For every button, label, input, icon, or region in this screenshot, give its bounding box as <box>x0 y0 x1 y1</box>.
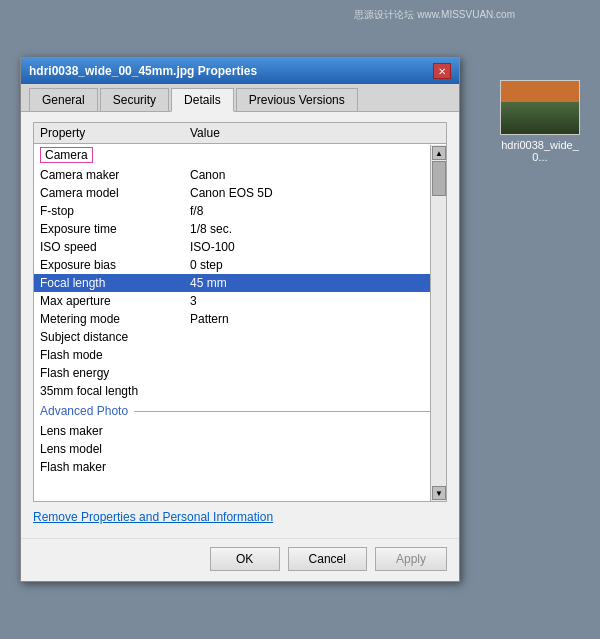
title-bar: hdri0038_wide_00_45mm.jpg Properties ✕ <box>21 58 459 84</box>
table-row: Flash maker <box>34 458 446 476</box>
property-value: ISO-100 <box>190 240 440 254</box>
scrollbar[interactable]: ▲ ▼ <box>430 145 446 501</box>
table-row: Lens model <box>34 440 446 458</box>
property-label: F-stop <box>40 204 190 218</box>
divider-line <box>134 411 440 412</box>
link-area: Remove Properties and Personal Informati… <box>33 502 447 528</box>
property-value: 3 <box>190 294 440 308</box>
property-value: Pattern <box>190 312 440 326</box>
property-value: 0 step <box>190 258 440 272</box>
property-value: Canon EOS 5D <box>190 186 440 200</box>
ok-button[interactable]: OK <box>210 547 280 571</box>
scroll-up-button[interactable]: ▲ <box>432 146 446 160</box>
category-camera: Camera <box>40 147 93 163</box>
property-label: Exposure bias <box>40 258 190 272</box>
property-label: Lens maker <box>40 424 190 438</box>
section-divider-advanced-photo: Advanced Photo <box>34 400 446 422</box>
property-label: Flash maker <box>40 460 190 474</box>
table-row: Camera model Canon EOS 5D <box>34 184 446 202</box>
property-label: Focal length <box>40 276 190 290</box>
table-header: Property Value <box>34 123 446 144</box>
table-row: Max aperture 3 <box>34 292 446 310</box>
tab-details[interactable]: Details <box>171 88 234 112</box>
property-label: Metering mode <box>40 312 190 326</box>
table-row: Exposure bias 0 step <box>34 256 446 274</box>
table-row: Metering mode Pattern <box>34 310 446 328</box>
column-property: Property <box>40 126 190 140</box>
close-button[interactable]: ✕ <box>433 63 451 79</box>
table-row: Flash mode <box>34 346 446 364</box>
property-label: Camera maker <box>40 168 190 182</box>
table-row: ISO speed ISO-100 <box>34 238 446 256</box>
property-label: Max aperture <box>40 294 190 308</box>
watermark: 思源设计论坛 www.MISSVUAN.com <box>354 8 515 22</box>
cancel-button[interactable]: Cancel <box>288 547 367 571</box>
remove-properties-link[interactable]: Remove Properties and Personal Informati… <box>33 510 273 524</box>
table-row: Camera maker Canon <box>34 166 446 184</box>
thumbnail-label: hdri0038_wide_0... <box>500 139 580 163</box>
table-row: 35mm focal length <box>34 382 446 400</box>
title-bar-controls: ✕ <box>433 63 451 79</box>
tabs-bar: General Security Details Previous Versio… <box>21 84 459 112</box>
button-row: OK Cancel Apply <box>21 538 459 581</box>
table-row: Flash energy <box>34 364 446 382</box>
property-label: Lens model <box>40 442 190 456</box>
thumbnail-image <box>500 80 580 135</box>
table-row: Subject distance <box>34 328 446 346</box>
property-value: Canon <box>190 168 440 182</box>
content-area: Property Value Camera Camera maker Canon… <box>21 112 459 538</box>
table-row: F-stop f/8 <box>34 202 446 220</box>
scroll-down-button[interactable]: ▼ <box>432 486 446 500</box>
thumbnail-area: hdri0038_wide_0... <box>500 80 580 163</box>
section-label: Advanced Photo <box>40 404 128 418</box>
scroll-thumb[interactable] <box>432 161 446 196</box>
property-label: 35mm focal length <box>40 384 190 398</box>
property-label: Exposure time <box>40 222 190 236</box>
properties-table: Property Value Camera Camera maker Canon… <box>33 122 447 502</box>
property-value: 45 mm <box>190 276 440 290</box>
dialog-title: hdri0038_wide_00_45mm.jpg Properties <box>29 64 257 78</box>
apply-button[interactable]: Apply <box>375 547 447 571</box>
tab-security[interactable]: Security <box>100 88 169 111</box>
table-row: Camera <box>34 144 446 166</box>
table-body[interactable]: Camera Camera maker Canon Camera model C… <box>34 144 446 499</box>
property-value: 1/8 sec. <box>190 222 440 236</box>
property-value: f/8 <box>190 204 440 218</box>
property-label: Flash mode <box>40 348 190 362</box>
tab-previous-versions[interactable]: Previous Versions <box>236 88 358 111</box>
property-label: ISO speed <box>40 240 190 254</box>
column-value: Value <box>190 126 220 140</box>
properties-dialog: hdri0038_wide_00_45mm.jpg Properties ✕ G… <box>20 57 460 582</box>
table-row: Exposure time 1/8 sec. <box>34 220 446 238</box>
property-label: Flash energy <box>40 366 190 380</box>
table-row-selected[interactable]: Focal length 45 mm <box>34 274 446 292</box>
table-row: Lens maker <box>34 422 446 440</box>
property-label: Camera model <box>40 186 190 200</box>
property-label: Subject distance <box>40 330 190 344</box>
tab-general[interactable]: General <box>29 88 98 111</box>
